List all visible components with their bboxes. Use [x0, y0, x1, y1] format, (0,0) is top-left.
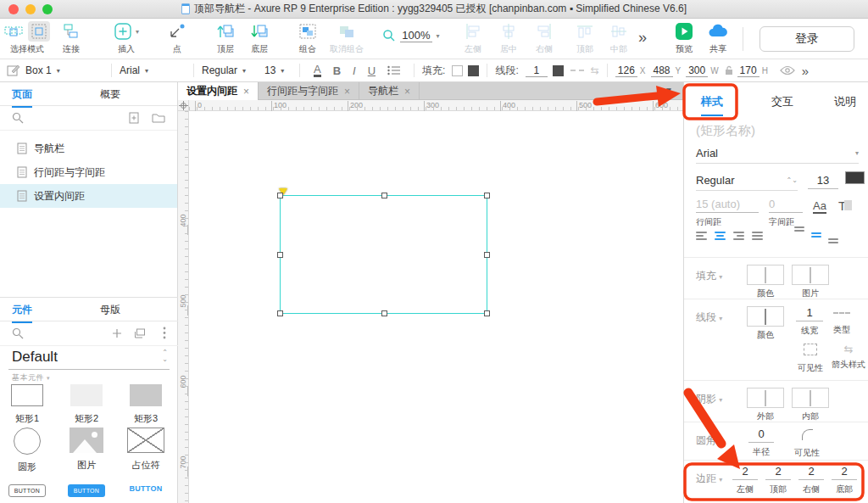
point-tool[interactable]: 点 — [163, 21, 192, 55]
margin-top-group[interactable]: 2 顶部 — [765, 465, 791, 495]
font-family-select[interactable]: Arial ▾ — [120, 64, 186, 76]
tab-pages[interactable]: 页面 — [12, 87, 32, 102]
font-color-button[interactable]: A — [314, 64, 321, 77]
share-tool[interactable]: 共享 — [704, 21, 732, 55]
panel-font-select[interactable]: Arial ▾ — [696, 147, 859, 164]
align-text-right-icon[interactable] — [733, 232, 744, 240]
line-type-group[interactable]: 类型 — [833, 308, 850, 336]
widget-name-input[interactable] — [696, 123, 857, 137]
select-contain-icon[interactable] — [28, 21, 50, 42]
select-intersect-icon[interactable] — [4, 21, 25, 42]
resize-handle-n[interactable] — [381, 193, 387, 198]
font-weight-select[interactable]: Regular ▾ — [202, 64, 258, 76]
page-item-selected[interactable]: 设置内间距 — [0, 184, 177, 208]
doc-tab[interactable]: 行间距与字间距 × — [259, 82, 359, 100]
text-case-icon[interactable]: Aa — [813, 200, 826, 214]
line-section-label[interactable]: 线段 ▾ — [696, 310, 722, 325]
align-top-tool[interactable]: 顶部 — [570, 21, 600, 55]
corner-radius-field[interactable]: 0 — [748, 428, 774, 443]
doc-tab[interactable]: 导航栏 × — [359, 82, 420, 100]
panel-size-field[interactable]: 13 — [808, 174, 838, 189]
lock-ratio-icon[interactable] — [724, 65, 734, 75]
add-page-icon[interactable] — [128, 112, 140, 124]
margin-right-group[interactable]: 2 右侧 — [798, 465, 824, 495]
fill-color-swatch[interactable] — [452, 65, 463, 76]
align-text-center-icon[interactable] — [715, 232, 726, 240]
format-overflow-chevron[interactable]: » — [802, 64, 809, 78]
resize-handle-e[interactable] — [484, 252, 490, 258]
x-position-field[interactable]: 126 — [615, 64, 637, 77]
italic-button[interactable]: I — [353, 64, 356, 77]
fill-shade-swatch[interactable] — [468, 65, 479, 76]
align-left-tool[interactable]: 左侧 — [458, 21, 488, 55]
align-text-justify-icon[interactable] — [752, 232, 763, 240]
resize-handle-sw[interactable] — [277, 310, 283, 316]
widget-style-select[interactable]: Box 1 ▾ — [25, 64, 103, 76]
font-size-select[interactable]: 13 ▾ — [264, 64, 292, 76]
margin-left-field[interactable]: 2 — [732, 465, 758, 480]
tab-style[interactable]: 样式 — [701, 94, 723, 109]
widget-placeholder[interactable]: 占位符 — [120, 428, 171, 472]
ungroup-tool[interactable]: 取消组合 — [326, 21, 367, 55]
bullet-list-button[interactable] — [387, 65, 400, 75]
width-field[interactable]: 300 — [686, 64, 708, 77]
search-icon[interactable] — [12, 327, 24, 339]
page-item[interactable]: 导航栏 — [0, 137, 177, 160]
line-color-swatch[interactable] — [747, 306, 784, 327]
widget-button-outline[interactable]: BUTTON — [2, 484, 53, 497]
inner-shadow-swatch[interactable] — [792, 388, 829, 408]
line-color-group[interactable]: 颜色 — [747, 306, 784, 341]
corner-radius-group[interactable]: 0 半径 — [748, 428, 774, 458]
shadow-section-label[interactable]: 阴影 ▾ — [696, 392, 722, 406]
margin-bottom-group[interactable]: 2 底部 — [832, 465, 857, 495]
widget-ellipse[interactable]: 圆形 — [2, 428, 53, 473]
add-folder-icon[interactable] — [152, 112, 165, 123]
margin-bottom-field[interactable]: 2 — [832, 465, 857, 480]
kebab-menu-icon[interactable] — [163, 327, 166, 339]
group-tool[interactable]: 组合 — [292, 21, 323, 55]
resize-handle-se[interactable] — [484, 310, 490, 316]
resize-handle-ne[interactable] — [484, 193, 490, 198]
outer-shadow-swatch[interactable] — [747, 388, 784, 408]
corner-section-label[interactable]: 圆角 ▾ — [696, 433, 722, 448]
corner-visibility-group[interactable]: 可见性 — [794, 429, 820, 459]
fill-section-label[interactable]: 填充 ▾ — [696, 269, 722, 283]
align-v-top-icon[interactable] — [794, 226, 804, 243]
widget-button-primary[interactable]: BUTTON — [61, 484, 112, 497]
outer-shadow-group[interactable]: 外部 — [747, 388, 784, 422]
line-width-group[interactable]: 1 线宽 — [796, 306, 823, 337]
height-field[interactable]: 170 — [737, 64, 760, 77]
ruler-origin-control[interactable] — [178, 100, 189, 111]
widget-image[interactable]: 图片 — [61, 428, 112, 472]
close-tab-icon[interactable]: × — [404, 86, 410, 98]
margin-left-group[interactable]: 2 左侧 — [732, 465, 758, 495]
margin-right-field[interactable]: 2 — [798, 465, 824, 480]
char-spacing-field[interactable]: 0 — [769, 198, 803, 213]
bring-to-front-tool[interactable]: 顶层 — [210, 21, 241, 55]
align-middle-tool[interactable]: 中部 — [604, 21, 634, 55]
align-v-bottom-icon[interactable] — [828, 238, 838, 243]
tab-widgets[interactable]: 元件 — [12, 303, 32, 317]
widget-rectangle1[interactable]: 矩形1 — [2, 383, 53, 425]
fill-color-swatch[interactable] — [747, 265, 784, 285]
line-spacing-field[interactable]: 15 (auto) — [696, 198, 759, 213]
doc-tab-active[interactable]: 设置内间距 × — [178, 82, 259, 100]
login-button[interactable]: 登录 — [760, 26, 854, 52]
arrow-style-icon[interactable]: ⇆ — [591, 64, 599, 76]
selected-rectangle-widget[interactable] — [280, 195, 487, 314]
tab-list-caret-icon[interactable]: ▼ — [665, 86, 673, 95]
add-widget-icon[interactable] — [112, 328, 122, 338]
inner-shadow-group[interactable]: 内部 — [792, 388, 829, 422]
close-tab-icon[interactable]: × — [344, 86, 350, 98]
bold-button[interactable]: B — [333, 64, 341, 77]
widget-rectangle3[interactable]: 矩形3 — [120, 383, 171, 425]
insert-tool[interactable]: ▾ 插入 — [107, 21, 146, 55]
connect-tool[interactable]: 连接 — [56, 21, 86, 55]
preview-tool[interactable]: 预览 — [670, 21, 698, 55]
fill-image-swatch[interactable] — [792, 265, 829, 285]
panel-weight-select[interactable]: Regular ⌃⌄ — [696, 174, 798, 191]
margin-top-field[interactable]: 2 — [765, 465, 791, 480]
align-center-tool[interactable]: 居中 — [493, 21, 524, 55]
fill-image-group[interactable]: 图片 — [792, 265, 829, 299]
align-right-tool[interactable]: 右侧 — [529, 21, 559, 55]
